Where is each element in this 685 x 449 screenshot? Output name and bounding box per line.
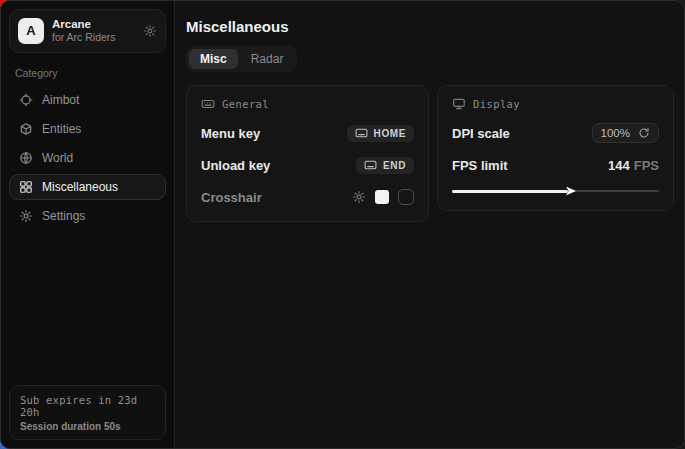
- sidebar-item-aimbot[interactable]: Aimbot: [9, 87, 166, 113]
- tab-radar[interactable]: Radar: [240, 49, 295, 69]
- sidebar-item-miscellaneous[interactable]: Miscellaneous: [9, 174, 166, 200]
- sidebar-item-label: World: [42, 151, 73, 165]
- profile-gear-icon[interactable]: [143, 24, 157, 38]
- app-title: Arcane: [52, 17, 135, 31]
- gear-icon: [19, 209, 33, 223]
- cube-icon: [19, 122, 33, 136]
- sidebar-item-entities[interactable]: Entities: [9, 116, 166, 142]
- dpi-scale-label: DPI scale: [452, 126, 510, 141]
- unload-key-value: END: [383, 160, 406, 171]
- tab-bar: Misc Radar: [186, 46, 297, 72]
- display-panel-title: Display: [473, 98, 520, 110]
- crosshair-icon: [19, 93, 33, 107]
- profile-text: Arcane for Arc Riders: [52, 17, 135, 45]
- display-panel: Display DPI scale 100% FPS limit: [437, 85, 674, 211]
- app-window: A Arcane for Arc Riders Category: [0, 0, 685, 449]
- sub-expires-text: Sub expires in 23d 20h: [20, 394, 155, 418]
- avatar: A: [18, 18, 44, 44]
- sidebar-nav: Aimbot Entities World: [1, 87, 174, 229]
- crosshair-color-swatch[interactable]: [375, 190, 389, 204]
- grid-icon: [19, 180, 33, 194]
- keyboard-icon: [355, 128, 368, 138]
- fps-number: 144: [608, 158, 630, 173]
- sidebar-item-label: Aimbot: [42, 93, 79, 107]
- fps-limit-label: FPS limit: [452, 158, 508, 173]
- dpi-scale-value: 100%: [601, 127, 630, 139]
- general-panel-title: General: [222, 98, 269, 110]
- globe-icon: [19, 151, 33, 165]
- fps-limit-slider[interactable]: [452, 186, 659, 196]
- profile-card[interactable]: A Arcane for Arc Riders: [9, 9, 166, 53]
- keyboard-icon: [364, 160, 377, 170]
- crosshair-label: Crosshair: [201, 190, 262, 205]
- dpi-scale-row: DPI scale 100%: [452, 123, 659, 143]
- sidebar-item-world[interactable]: World: [9, 145, 166, 171]
- general-panel: General Menu key HOME Unload key: [186, 85, 429, 222]
- panels-row: General Menu key HOME Unload key: [186, 85, 674, 222]
- fps-limit-row: FPS limit 144FPS: [452, 155, 659, 175]
- general-panel-header: General: [201, 97, 414, 111]
- menu-key-bind-button[interactable]: HOME: [347, 125, 414, 142]
- sidebar-item-label: Miscellaneous: [42, 180, 118, 194]
- crosshair-checkbox[interactable]: [398, 189, 414, 205]
- reset-icon: [638, 127, 650, 139]
- dpi-scale-select[interactable]: 100%: [592, 123, 659, 143]
- fps-unit: FPS: [634, 158, 659, 173]
- crosshair-controls: [352, 189, 414, 205]
- sidebar: A Arcane for Arc Riders Category: [1, 1, 175, 448]
- fps-limit-value: 144FPS: [608, 158, 659, 173]
- menu-key-row: Menu key HOME: [201, 123, 414, 143]
- keyboard-icon: [201, 97, 215, 111]
- unload-key-label: Unload key: [201, 158, 270, 173]
- session-duration-text: Session duration 50s: [20, 421, 155, 432]
- tab-misc[interactable]: Misc: [189, 49, 238, 69]
- unload-key-row: Unload key END: [201, 155, 414, 175]
- crosshair-row: Crosshair: [201, 187, 414, 207]
- app-subtitle: for Arc Riders: [52, 31, 135, 44]
- category-label: Category: [15, 67, 160, 79]
- display-panel-header: Display: [452, 97, 659, 111]
- unload-key-bind-button[interactable]: END: [356, 157, 414, 174]
- main-content: Miscellaneous Misc Radar General Menu ke…: [175, 1, 685, 448]
- menu-key-label: Menu key: [201, 126, 260, 141]
- monitor-icon: [452, 97, 466, 111]
- page-title: Miscellaneous: [186, 18, 674, 35]
- fps-slider-fill: [452, 190, 568, 193]
- sidebar-item-settings[interactable]: Settings: [9, 203, 166, 229]
- subscription-card: Sub expires in 23d 20h Session duration …: [9, 385, 166, 440]
- crosshair-settings-gear-icon[interactable]: [352, 190, 366, 204]
- menu-key-value: HOME: [374, 128, 406, 139]
- sidebar-item-label: Settings: [42, 209, 85, 223]
- sidebar-item-label: Entities: [42, 122, 81, 136]
